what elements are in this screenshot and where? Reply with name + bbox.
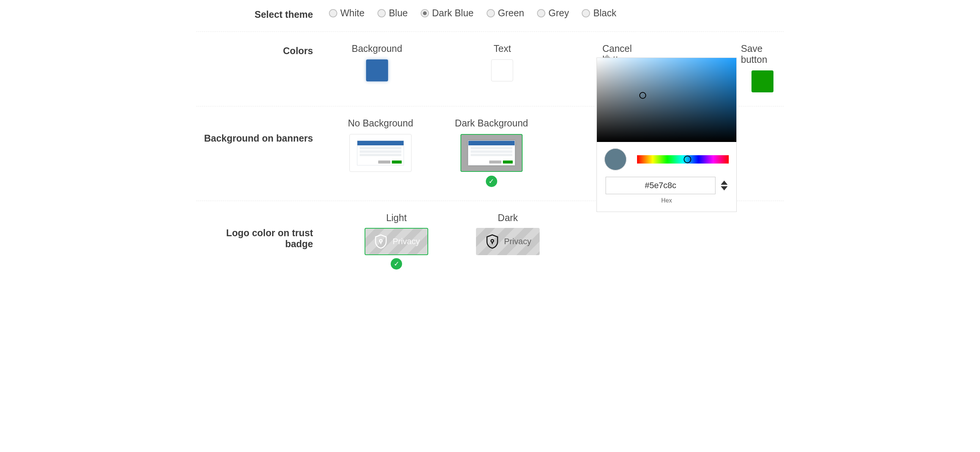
svg-point-0 [379, 239, 382, 242]
color-swatch-background[interactable] [366, 59, 388, 81]
color-swatch-text[interactable] [491, 59, 513, 81]
shield-lock-icon [373, 233, 389, 249]
color-picker-hue-row [597, 142, 736, 177]
banner-card-no-background[interactable] [349, 134, 412, 172]
banner-option-dark-background: Dark Background ✓ [455, 118, 528, 187]
trust-badge-row: Logo color on trust badge Light Privacy … [196, 201, 784, 283]
theme-option-label: Dark Blue [432, 8, 474, 19]
trust-badge-label: Logo color on trust badge [196, 213, 329, 249]
banners-label: Background on banners [196, 118, 329, 144]
trust-badge-option-label: Light [386, 213, 407, 224]
theme-option-label: White [340, 8, 364, 19]
color-label: Save button [741, 43, 784, 65]
check-icon: ✓ [391, 258, 402, 270]
theme-option-dark-blue[interactable]: Dark Blue [421, 8, 474, 19]
trust-badge-option-label: Dark [498, 213, 518, 224]
theme-option-black[interactable]: Black [582, 8, 616, 19]
color-swatch-save[interactable] [751, 70, 773, 92]
theme-option-blue[interactable]: Blue [377, 8, 408, 19]
banner-preview-icon [468, 140, 515, 165]
theme-option-label: Blue [389, 8, 408, 19]
theme-option-label: Green [498, 8, 524, 19]
radio-icon [582, 9, 590, 17]
check-icon: ✓ [486, 176, 497, 187]
theme-option-label: Black [593, 8, 616, 19]
hex-row [605, 177, 729, 194]
color-save: Save button [741, 43, 784, 92]
color-picker-hex-wrap: Hex [597, 177, 736, 212]
hex-input[interactable] [606, 177, 716, 194]
trust-badge-option-light: Light Privacy ✓ [364, 213, 428, 270]
theme-option-green[interactable]: Green [487, 8, 524, 19]
hue-cursor[interactable] [684, 155, 691, 163]
radio-icon [329, 9, 337, 17]
trust-badge-card-dark[interactable]: Privacy [476, 228, 539, 255]
color-preview-dot [605, 148, 627, 170]
banner-preview-icon [357, 140, 404, 165]
color-picker: Hex [597, 57, 737, 212]
radio-icon [487, 9, 495, 17]
shield-lock-icon [484, 233, 500, 249]
trust-badge-card-light[interactable]: Privacy [364, 228, 428, 255]
theme-option-grey[interactable]: Grey [537, 8, 569, 19]
theme-option-white[interactable]: White [329, 8, 364, 19]
banner-option-label: No Background [348, 118, 413, 129]
svg-point-1 [491, 239, 493, 242]
theme-label: Select theme [196, 7, 329, 20]
theme-options: White Blue Dark Blue Green Grey Black [329, 7, 784, 19]
hex-format-stepper [721, 181, 728, 190]
radio-icon [537, 9, 545, 17]
color-picker-hue[interactable] [637, 155, 729, 163]
trust-badge-options: Light Privacy ✓ Dark [329, 213, 784, 270]
colors-label: Colors [196, 43, 329, 56]
banner-option-no-background: No Background [348, 118, 413, 187]
trust-badge-text: Privacy [504, 236, 531, 246]
trust-badge-option-dark: Dark Privacy [476, 213, 539, 270]
hex-label: Hex [661, 197, 672, 204]
stepper-down-icon[interactable] [721, 186, 728, 190]
color-label: Background [352, 43, 402, 54]
saturation-cursor[interactable] [639, 92, 646, 99]
trust-badge-text: Privacy [393, 236, 420, 246]
picker-arrow-icon [604, 54, 611, 58]
stepper-up-icon[interactable] [721, 181, 728, 185]
banner-option-label: Dark Background [455, 118, 528, 129]
color-label: Text [494, 43, 511, 54]
radio-checked-icon [421, 9, 429, 17]
banner-card-dark-background[interactable] [460, 134, 523, 172]
theme-option-label: Grey [548, 8, 569, 19]
color-picker-saturation[interactable] [597, 58, 736, 142]
color-text: Text [491, 43, 513, 92]
color-background: Background [352, 43, 402, 92]
theme-row: Select theme White Blue Dark Blue Green … [196, 0, 784, 32]
colors-row: Colors Background Text Cancel button Sav… [196, 32, 784, 106]
radio-icon [377, 9, 386, 17]
